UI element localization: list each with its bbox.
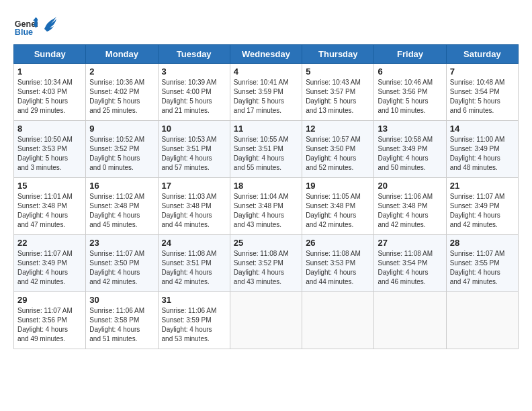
day-info: Sunrise: 11:00 AMSunset: 3:49 PMDaylight… [450, 135, 515, 173]
day-number: 14 [450, 124, 515, 134]
day-number: 8 [17, 124, 82, 134]
day-info: Sunrise: 11:06 AMSunset: 3:58 PMDaylight… [89, 306, 154, 344]
logo-bird-icon [42, 15, 56, 36]
weekday-header-row: SundayMondayTuesdayWednesdayThursdayFrid… [14, 45, 519, 64]
day-number: 3 [162, 66, 226, 77]
calendar-cell: 22Sunrise: 11:07 AMSunset: 3:49 PMDaylig… [14, 235, 86, 292]
calendar-cell: 14Sunrise: 11:00 AMSunset: 3:49 PMDaylig… [446, 121, 518, 178]
day-info: Sunrise: 11:07 AMSunset: 3:50 PMDaylight… [89, 249, 154, 287]
page-header: General Blue [13, 13, 519, 38]
calendar-week-4: 22Sunrise: 11:07 AMSunset: 3:49 PMDaylig… [14, 235, 519, 292]
day-info: Sunrise: 10:55 AMSunset: 3:51 PMDaylight… [234, 135, 298, 173]
calendar-cell: 15Sunrise: 11:01 AMSunset: 3:48 PMDaylig… [14, 178, 86, 235]
calendar-week-1: 1Sunrise: 10:34 AMSunset: 4:03 PMDayligh… [14, 64, 519, 121]
calendar-cell: 11Sunrise: 10:55 AMSunset: 3:51 PMDaylig… [230, 121, 302, 178]
day-number: 31 [162, 295, 226, 305]
day-number: 20 [378, 181, 442, 191]
day-info: Sunrise: 10:34 AMSunset: 4:03 PMDaylight… [17, 78, 82, 116]
weekday-header-saturday: Saturday [446, 45, 518, 64]
day-number: 12 [306, 124, 370, 134]
day-number: 25 [234, 238, 298, 248]
calendar-cell: 5Sunrise: 10:43 AMSunset: 3:57 PMDayligh… [302, 64, 374, 121]
day-number: 17 [162, 181, 226, 191]
day-number: 5 [306, 66, 370, 77]
calendar-cell: 21Sunrise: 11:07 AMSunset: 3:49 PMDaylig… [446, 178, 518, 235]
calendar-cell [302, 292, 374, 349]
calendar-cell: 23Sunrise: 11:07 AMSunset: 3:50 PMDaylig… [86, 235, 158, 292]
day-number: 21 [450, 181, 515, 191]
day-info: Sunrise: 11:06 AMSunset: 3:48 PMDaylight… [378, 192, 442, 230]
day-info: Sunrise: 11:03 AMSunset: 3:48 PMDaylight… [162, 192, 226, 230]
day-number: 2 [89, 66, 154, 77]
day-info: Sunrise: 11:08 AMSunset: 3:53 PMDaylight… [306, 249, 370, 287]
weekday-header-wednesday: Wednesday [230, 45, 302, 64]
day-number: 27 [378, 238, 442, 248]
calendar-cell: 17Sunrise: 11:03 AMSunset: 3:48 PMDaylig… [158, 178, 230, 235]
calendar-cell: 20Sunrise: 11:06 AMSunset: 3:48 PMDaylig… [374, 178, 446, 235]
day-info: Sunrise: 11:07 AMSunset: 3:49 PMDaylight… [17, 249, 82, 287]
day-info: Sunrise: 10:58 AMSunset: 3:49 PMDaylight… [378, 135, 442, 173]
day-number: 6 [378, 66, 442, 77]
day-number: 15 [17, 181, 82, 191]
calendar-cell: 26Sunrise: 11:08 AMSunset: 3:53 PMDaylig… [302, 235, 374, 292]
day-info: Sunrise: 11:08 AMSunset: 3:51 PMDaylight… [162, 249, 226, 287]
weekday-header-friday: Friday [374, 45, 446, 64]
day-info: Sunrise: 10:39 AMSunset: 4:00 PMDaylight… [162, 78, 226, 116]
day-info: Sunrise: 10:41 AMSunset: 3:59 PMDaylight… [234, 78, 298, 116]
calendar-cell: 1Sunrise: 10:34 AMSunset: 4:03 PMDayligh… [14, 64, 86, 121]
day-info: Sunrise: 10:43 AMSunset: 3:57 PMDaylight… [306, 78, 370, 116]
weekday-header-tuesday: Tuesday [158, 45, 230, 64]
weekday-header-monday: Monday [86, 45, 158, 64]
weekday-header-sunday: Sunday [14, 45, 86, 64]
calendar-cell: 2Sunrise: 10:36 AMSunset: 4:02 PMDayligh… [86, 64, 158, 121]
day-info: Sunrise: 10:50 AMSunset: 3:53 PMDaylight… [17, 135, 82, 173]
logo-icon: General Blue [13, 13, 38, 38]
day-number: 22 [17, 238, 82, 248]
calendar-week-2: 8Sunrise: 10:50 AMSunset: 3:53 PMDayligh… [14, 121, 519, 178]
weekday-header-thursday: Thursday [302, 45, 374, 64]
day-number: 13 [378, 124, 442, 134]
day-info: Sunrise: 11:07 AMSunset: 3:49 PMDaylight… [450, 192, 515, 230]
day-number: 16 [89, 181, 154, 191]
calendar-cell: 28Sunrise: 11:07 AMSunset: 3:55 PMDaylig… [446, 235, 518, 292]
day-info: Sunrise: 10:53 AMSunset: 3:51 PMDaylight… [162, 135, 226, 173]
day-info: Sunrise: 10:48 AMSunset: 3:54 PMDaylight… [450, 78, 515, 116]
logo: General Blue [13, 13, 56, 38]
day-number: 4 [234, 66, 298, 77]
calendar-cell: 12Sunrise: 10:57 AMSunset: 3:50 PMDaylig… [302, 121, 374, 178]
day-number: 11 [234, 124, 298, 134]
calendar-week-3: 15Sunrise: 11:01 AMSunset: 3:48 PMDaylig… [14, 178, 519, 235]
day-number: 30 [89, 295, 154, 305]
calendar-cell: 9Sunrise: 10:52 AMSunset: 3:52 PMDayligh… [86, 121, 158, 178]
calendar-cell: 31Sunrise: 11:06 AMSunset: 3:59 PMDaylig… [158, 292, 230, 349]
calendar-cell: 27Sunrise: 11:08 AMSunset: 3:54 PMDaylig… [374, 235, 446, 292]
day-info: Sunrise: 11:04 AMSunset: 3:48 PMDaylight… [234, 192, 298, 230]
calendar-cell: 4Sunrise: 10:41 AMSunset: 3:59 PMDayligh… [230, 64, 302, 121]
calendar-cell: 8Sunrise: 10:50 AMSunset: 3:53 PMDayligh… [14, 121, 86, 178]
calendar-cell: 18Sunrise: 11:04 AMSunset: 3:48 PMDaylig… [230, 178, 302, 235]
calendar-cell: 29Sunrise: 11:07 AMSunset: 3:56 PMDaylig… [14, 292, 86, 349]
day-number: 7 [450, 66, 515, 77]
calendar-cell: 16Sunrise: 11:02 AMSunset: 3:48 PMDaylig… [86, 178, 158, 235]
calendar-cell: 30Sunrise: 11:06 AMSunset: 3:58 PMDaylig… [86, 292, 158, 349]
day-number: 24 [162, 238, 226, 248]
calendar-cell: 3Sunrise: 10:39 AMSunset: 4:00 PMDayligh… [158, 64, 230, 121]
calendar-cell: 6Sunrise: 10:46 AMSunset: 3:56 PMDayligh… [374, 64, 446, 121]
calendar-cell: 24Sunrise: 11:08 AMSunset: 3:51 PMDaylig… [158, 235, 230, 292]
day-info: Sunrise: 11:07 AMSunset: 3:56 PMDaylight… [17, 306, 82, 344]
day-number: 19 [306, 181, 370, 191]
day-info: Sunrise: 10:57 AMSunset: 3:50 PMDaylight… [306, 135, 370, 173]
day-info: Sunrise: 11:01 AMSunset: 3:48 PMDaylight… [17, 192, 82, 230]
day-number: 23 [89, 238, 154, 248]
calendar-week-5: 29Sunrise: 11:07 AMSunset: 3:56 PMDaylig… [14, 292, 519, 349]
calendar-cell [230, 292, 302, 349]
day-number: 28 [450, 238, 515, 248]
day-number: 1 [17, 66, 82, 77]
day-number: 18 [234, 181, 298, 191]
day-info: Sunrise: 10:52 AMSunset: 3:52 PMDaylight… [89, 135, 154, 173]
day-number: 10 [162, 124, 226, 134]
day-info: Sunrise: 10:36 AMSunset: 4:02 PMDaylight… [89, 78, 154, 116]
calendar-cell: 7Sunrise: 10:48 AMSunset: 3:54 PMDayligh… [446, 64, 518, 121]
svg-text:Blue: Blue [15, 28, 33, 37]
calendar-cell: 13Sunrise: 10:58 AMSunset: 3:49 PMDaylig… [374, 121, 446, 178]
